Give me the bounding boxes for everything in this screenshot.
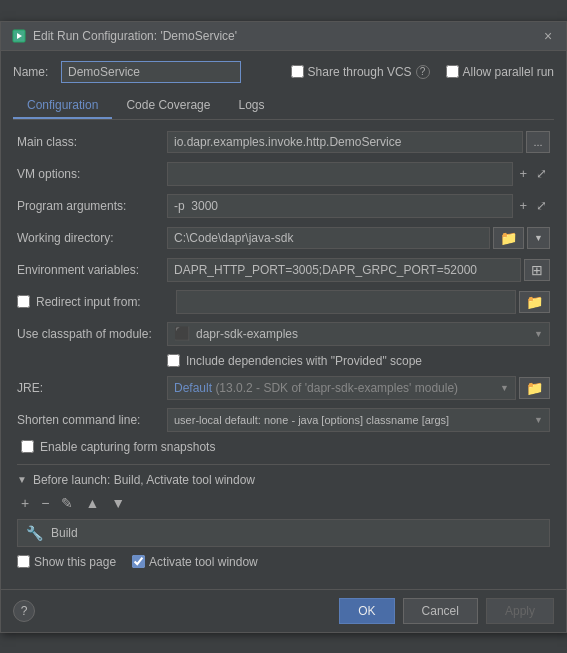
footer: ? OK Cancel Apply [1, 589, 566, 632]
working-dir-field: 📁 ▼ [167, 227, 550, 249]
capture-label: Enable capturing form snapshots [40, 440, 215, 454]
ok-button[interactable]: OK [339, 598, 394, 624]
program-args-input[interactable] [167, 194, 513, 218]
working-dir-row: Working directory: 📁 ▼ [17, 226, 550, 250]
share-help-icon[interactable]: ? [416, 65, 430, 79]
include-deps-row: Include dependencies with "Provided" sco… [167, 354, 550, 368]
vm-options-label: VM options: [17, 167, 167, 181]
name-row: Name: Share through VCS ? Allow parallel… [13, 61, 554, 83]
classpath-label: Use classpath of module: [17, 327, 167, 341]
jre-dropdown[interactable]: Default (13.0.2 - SDK of 'dapr-sdk-examp… [167, 376, 516, 400]
share-vcs-label[interactable]: Share through VCS ? [291, 65, 430, 79]
show-page-label[interactable]: Show this page [17, 555, 116, 569]
cancel-button[interactable]: Cancel [403, 598, 478, 624]
activate-tool-label[interactable]: Activate tool window [132, 555, 258, 569]
working-dir-label: Working directory: [17, 231, 167, 245]
build-icon: 🔧 [26, 525, 43, 541]
title-bar-left: Edit Run Configuration: 'DemoService' [11, 28, 237, 44]
vm-expand-icon[interactable]: ⤢ [533, 165, 550, 182]
shorten-dropdown[interactable]: user-local default: none - java [options… [167, 408, 550, 432]
main-class-browse-button[interactable]: ... [526, 131, 550, 153]
capture-checkbox[interactable] [21, 440, 34, 453]
close-button[interactable]: × [540, 28, 556, 44]
name-input[interactable] [61, 61, 241, 83]
classpath-field: ⬛ dapr-sdk-examples ▼ [167, 322, 550, 346]
before-launch-title: Before launch: Build, Activate tool wind… [33, 473, 255, 487]
footer-left: ? [13, 600, 35, 622]
apply-button[interactable]: Apply [486, 598, 554, 624]
classpath-dropdown[interactable]: ⬛ dapr-sdk-examples ▼ [167, 322, 550, 346]
vm-options-input[interactable] [167, 162, 513, 186]
working-dir-dropdown-button[interactable]: ▼ [527, 227, 550, 249]
vm-options-row: VM options: + ⤢ [17, 162, 550, 186]
classpath-value: dapr-sdk-examples [196, 327, 298, 341]
redirect-checkbox-wrapper: Redirect input from: [17, 295, 176, 309]
allow-parallel-label[interactable]: Allow parallel run [446, 65, 554, 79]
env-vars-field: ⊞ [167, 258, 550, 282]
classpath-dropdown-arrow: ▼ [534, 329, 543, 339]
name-label: Name: [13, 65, 53, 79]
classpath-row: Use classpath of module: ⬛ dapr-sdk-exam… [17, 322, 550, 346]
name-row-right: Share through VCS ? Allow parallel run [291, 65, 554, 79]
vm-options-field: + ⤢ [167, 162, 550, 186]
main-class-label: Main class: [17, 135, 167, 149]
main-class-input[interactable] [167, 131, 523, 153]
redirect-browse-button[interactable]: 📁 [519, 291, 550, 313]
form-section: Main class: ... VM options: + ⤢ Program … [13, 130, 554, 454]
allow-parallel-checkbox[interactable] [446, 65, 459, 78]
before-launch-toolbar: + − ✎ ▲ ▼ [17, 493, 550, 513]
env-vars-label: Environment variables: [17, 263, 167, 277]
module-icon: ⬛ [174, 326, 190, 341]
program-args-label: Program arguments: [17, 199, 167, 213]
share-vcs-checkbox[interactable] [291, 65, 304, 78]
tab-configuration[interactable]: Configuration [13, 93, 112, 119]
tab-logs[interactable]: Logs [224, 93, 278, 119]
redirect-field: 📁 [176, 290, 550, 314]
footer-right: OK Cancel Apply [339, 598, 554, 624]
jre-field: Default (13.0.2 - SDK of 'dapr-sdk-examp… [167, 376, 550, 400]
env-vars-browse-button[interactable]: ⊞ [524, 259, 550, 281]
dialog-content: Name: Share through VCS ? Allow parallel… [1, 51, 566, 589]
before-launch-header: ▼ Before launch: Build, Activate tool wi… [17, 473, 550, 487]
jre-label: JRE: [17, 381, 167, 395]
env-vars-input[interactable] [167, 258, 521, 282]
program-args-field: + ⤢ [167, 194, 550, 218]
run-config-icon [11, 28, 27, 44]
shorten-dropdown-arrow: ▼ [534, 415, 543, 425]
redirect-label: Redirect input from: [36, 295, 176, 309]
help-button[interactable]: ? [13, 600, 35, 622]
show-page-checkbox[interactable] [17, 555, 30, 568]
before-launch-list: 🔧 Build [17, 519, 550, 547]
shorten-label: Shorten command line: [17, 413, 167, 427]
tab-code-coverage[interactable]: Code Coverage [112, 93, 224, 119]
redirect-row: Redirect input from: 📁 [17, 290, 550, 314]
jre-detail-text: (13.0.2 - SDK of 'dapr-sdk-examples' mod… [215, 381, 458, 395]
before-launch-remove-button[interactable]: − [37, 493, 53, 513]
main-class-field: ... [167, 131, 550, 153]
redirect-checkbox[interactable] [17, 295, 30, 308]
prog-add-icon[interactable]: + [516, 197, 530, 214]
before-launch-add-button[interactable]: + [17, 493, 33, 513]
build-item: Build [51, 526, 78, 540]
working-dir-input[interactable] [167, 227, 490, 249]
capture-row: Enable capturing form snapshots [21, 440, 550, 454]
activate-tool-checkbox[interactable] [132, 555, 145, 568]
before-launch-down-button[interactable]: ▼ [107, 493, 129, 513]
before-launch-section: ▼ Before launch: Build, Activate tool wi… [17, 464, 550, 547]
redirect-input[interactable] [176, 290, 516, 314]
before-launch-collapse[interactable]: ▼ [17, 474, 27, 485]
shorten-value: user-local default: none - java [options… [174, 414, 449, 426]
shorten-field: user-local default: none - java [options… [167, 408, 550, 432]
working-dir-browse-button[interactable]: 📁 [493, 227, 524, 249]
before-launch-edit-button[interactable]: ✎ [57, 493, 77, 513]
prog-expand-icon[interactable]: ⤢ [533, 197, 550, 214]
jre-browse-button[interactable]: 📁 [519, 377, 550, 399]
include-deps-label: Include dependencies with "Provided" sco… [186, 354, 422, 368]
before-launch-up-button[interactable]: ▲ [81, 493, 103, 513]
env-vars-row: Environment variables: ⊞ [17, 258, 550, 282]
jre-dropdown-arrow: ▼ [500, 383, 509, 393]
tabs: Configuration Code Coverage Logs [13, 93, 554, 120]
include-deps-checkbox[interactable] [167, 354, 180, 367]
main-class-row: Main class: ... [17, 130, 550, 154]
vm-add-icon[interactable]: + [516, 165, 530, 182]
